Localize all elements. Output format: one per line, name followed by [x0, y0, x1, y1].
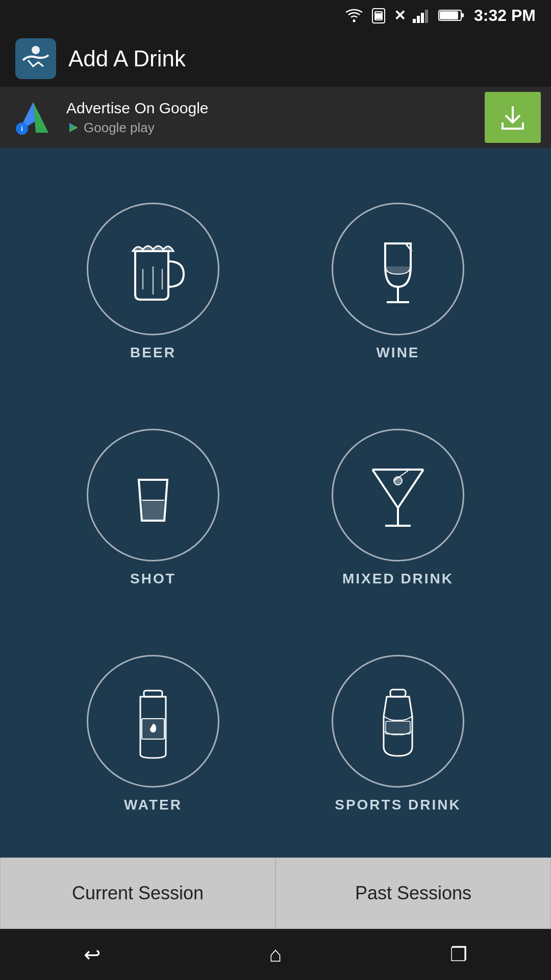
- home-button[interactable]: ⌂: [269, 942, 282, 967]
- drink-item-water[interactable]: WATER: [31, 621, 276, 847]
- app-bar: Add A Drink: [0, 31, 551, 87]
- svg-rect-5: [379, 14, 381, 16]
- shot-icon: [112, 454, 194, 536]
- drink-item-wine[interactable]: WINE: [276, 168, 520, 395]
- svg-rect-37: [390, 690, 406, 697]
- sports-drink-label: SPORTS DRINK: [335, 797, 461, 813]
- svg-point-15: [32, 46, 40, 54]
- bottom-tabs: Current Session Past Sessions: [0, 857, 551, 929]
- status-time: 3:32 PM: [474, 6, 536, 25]
- svg-rect-38: [386, 721, 410, 734]
- ad-banner[interactable]: i Advertise On Google Google play: [0, 87, 551, 148]
- svg-marker-21: [69, 123, 78, 132]
- wine-label: WINE: [376, 345, 419, 361]
- recent-button[interactable]: ❐: [450, 943, 467, 966]
- svg-point-0: [353, 20, 356, 22]
- ad-download-button[interactable]: [485, 92, 541, 143]
- mixed-drink-label: MIXED DRINK: [342, 571, 454, 587]
- app-title: Add A Drink: [68, 46, 186, 71]
- svg-rect-12: [461, 13, 464, 17]
- svg-rect-8: [417, 16, 420, 23]
- drink-item-shot[interactable]: SHOT: [31, 395, 276, 621]
- water-circle: [87, 655, 219, 788]
- download-icon: [497, 102, 528, 133]
- back-button[interactable]: ↩: [84, 943, 101, 966]
- beer-circle: [87, 203, 219, 335]
- svg-rect-7: [413, 19, 416, 23]
- mixed-circle: [332, 429, 464, 561]
- battery-icon: [438, 8, 465, 22]
- drink-item-sports[interactable]: SPORTS DRINK: [276, 621, 520, 847]
- beer-label: BEER: [130, 345, 176, 361]
- shot-label: SHOT: [130, 571, 176, 587]
- current-session-tab[interactable]: Current Session: [0, 857, 276, 929]
- past-sessions-tab[interactable]: Past Sessions: [276, 857, 551, 929]
- app-logo: [15, 38, 56, 79]
- svg-rect-13: [440, 11, 458, 19]
- mixed-drink-icon: [357, 454, 439, 536]
- svg-text:i: i: [21, 125, 23, 133]
- current-session-label: Current Session: [72, 883, 204, 904]
- wine-icon: [357, 228, 439, 310]
- status-bar: ✕ 3:32 PM: [0, 0, 551, 31]
- ad-subtitle: Google play: [66, 120, 474, 136]
- water-label: WATER: [124, 797, 182, 813]
- ad-title: Advertise On Google: [66, 100, 474, 117]
- svg-rect-4: [376, 14, 378, 16]
- ad-subtitle-text: Google play: [84, 120, 155, 136]
- status-icons: ✕: [345, 7, 465, 24]
- wifi-icon: [345, 8, 363, 22]
- drink-grid: BEER WINE: [0, 148, 551, 857]
- nav-bar: ↩ ⌂ ❐: [0, 929, 551, 980]
- sports-circle: [332, 655, 464, 788]
- water-icon: [112, 680, 194, 762]
- ad-text-area: Advertise On Google Google play: [66, 100, 474, 136]
- sim-icon: [370, 7, 387, 24]
- svg-rect-6: [376, 17, 381, 18]
- svg-rect-9: [421, 13, 424, 23]
- signal-icon: [413, 8, 431, 23]
- past-sessions-label: Past Sessions: [355, 883, 471, 904]
- wine-circle: [332, 203, 464, 335]
- play-icon: [66, 121, 80, 134]
- shot-circle: [87, 429, 219, 561]
- svg-rect-35: [144, 691, 162, 697]
- ad-logo-area: i: [10, 94, 56, 140]
- sports-drink-icon: [357, 680, 439, 762]
- svg-marker-17: [33, 102, 48, 133]
- beer-icon: [112, 228, 194, 310]
- x-icon: ✕: [394, 7, 406, 24]
- svg-rect-10: [425, 10, 428, 23]
- drink-item-mixed[interactable]: MIXED DRINK: [276, 395, 520, 621]
- drink-item-beer[interactable]: BEER: [31, 168, 276, 395]
